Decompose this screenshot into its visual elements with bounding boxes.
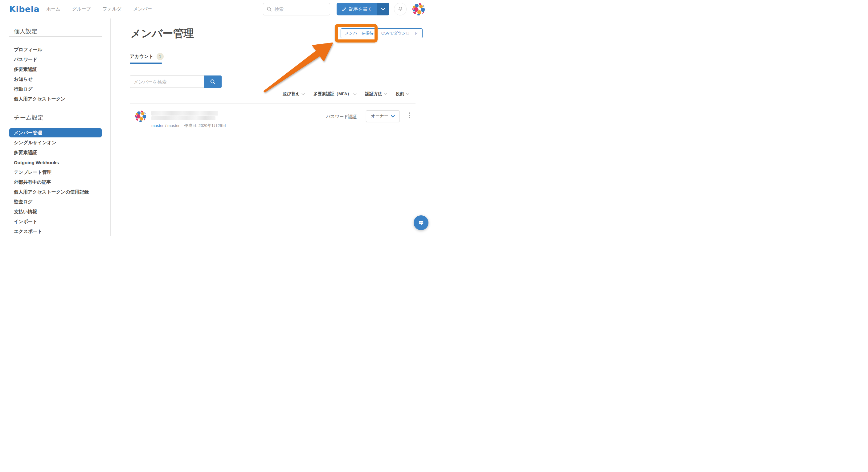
invite-member-button[interactable]: メンバーを招待 bbox=[341, 28, 378, 38]
sidebar-item-notifications[interactable]: お知らせ bbox=[9, 74, 102, 84]
accounts-tab[interactable]: アカウント 1 bbox=[130, 53, 164, 60]
auth-method-filter[interactable]: 認証方法 bbox=[365, 91, 387, 97]
member-search-box bbox=[130, 75, 222, 88]
member-meta: master / master 作成日: 2020年1月29日 bbox=[151, 123, 226, 128]
divider bbox=[9, 36, 102, 37]
support-chat-button[interactable] bbox=[414, 215, 429, 230]
sidebar-item-external-shared-articles[interactable]: 外部共有中の記事 bbox=[9, 177, 102, 187]
sidebar-item-password[interactable]: パスワード bbox=[9, 55, 102, 64]
mfa-filter-label: 多要素認証（MFA） bbox=[313, 91, 351, 97]
member-created-date: 作成日: 2020年1月29日 bbox=[184, 123, 226, 128]
role-filter[interactable]: 役割 bbox=[396, 91, 409, 97]
page-title: メンバー管理 bbox=[130, 27, 194, 41]
global-search-box[interactable] bbox=[263, 3, 330, 15]
chevron-down-icon bbox=[353, 93, 356, 95]
member-name-redacted bbox=[151, 116, 215, 120]
sidebar-item-outgoing-webhooks[interactable]: Outgoing Webhooks bbox=[9, 157, 102, 167]
member-search-input[interactable] bbox=[130, 75, 204, 88]
sidebar-item-import[interactable]: インポート bbox=[9, 217, 102, 226]
sidebar-item-billing[interactable]: 支払い情報 bbox=[9, 207, 102, 217]
chat-bubble-icon bbox=[417, 219, 425, 227]
sidebar-item-export[interactable]: エクスポート bbox=[9, 226, 102, 236]
write-article-button[interactable]: 記事を書く bbox=[337, 3, 377, 15]
active-tab-underline bbox=[130, 63, 162, 64]
chevron-down-icon bbox=[391, 115, 395, 118]
write-article-button-group: 記事を書く bbox=[337, 3, 389, 15]
sidebar-item-token-usage-log[interactable]: 個人用アクセストークンの使用記録 bbox=[9, 187, 102, 197]
nav-home[interactable]: ホーム bbox=[46, 6, 60, 12]
mfa-filter[interactable]: 多要素認証（MFA） bbox=[313, 91, 356, 97]
nav-members[interactable]: メンバー bbox=[133, 6, 152, 12]
notifications-button[interactable] bbox=[394, 3, 407, 15]
chevron-down-icon bbox=[302, 93, 305, 95]
avatar-dots-icon bbox=[412, 3, 425, 16]
write-article-dropdown[interactable] bbox=[377, 3, 389, 15]
top-header: Kibela ホーム グループ フォルダ メンバー 記事を書く bbox=[0, 0, 434, 18]
chevron-down-icon bbox=[384, 93, 387, 95]
sidebar-item-mfa-team[interactable]: 多要素認証 bbox=[9, 148, 102, 157]
member-username-link[interactable]: master bbox=[151, 123, 164, 128]
sidebar-item-audit-log[interactable]: 監査ログ bbox=[9, 197, 102, 207]
user-avatar[interactable] bbox=[412, 3, 425, 16]
global-search-input[interactable] bbox=[274, 6, 324, 12]
member-avatar[interactable] bbox=[135, 110, 147, 122]
personal-settings-list: プロフィール パスワード 多要素認証 お知らせ 行動ログ 個人用アクセストークン bbox=[9, 45, 102, 104]
sort-filter-label: 並び替え bbox=[283, 91, 300, 97]
chevron-down-icon bbox=[406, 93, 409, 95]
kibela-logo[interactable]: Kibela bbox=[9, 4, 39, 14]
pencil-icon bbox=[342, 7, 346, 12]
sidebar-item-member-management[interactable]: メンバー管理 bbox=[9, 128, 102, 137]
avatar-dots-icon bbox=[135, 110, 147, 122]
divider bbox=[130, 103, 415, 103]
role-filter-label: 役割 bbox=[396, 91, 404, 97]
sidebar-item-personal-access-token[interactable]: 個人用アクセストークン bbox=[9, 94, 102, 104]
accounts-tab-label: アカウント bbox=[130, 54, 154, 59]
sidebar-item-profile[interactable]: プロフィール bbox=[9, 45, 102, 55]
auth-method-filter-label: 認証方法 bbox=[365, 91, 382, 97]
member-name-redacted bbox=[151, 111, 218, 116]
nav-folders[interactable]: フォルダ bbox=[103, 6, 121, 12]
member-username-rest: / master bbox=[165, 123, 180, 128]
accounts-count-badge: 1 bbox=[157, 53, 164, 60]
nav-groups[interactable]: グループ bbox=[72, 6, 91, 12]
sidebar-item-sso[interactable]: シングルサインオン bbox=[9, 138, 102, 148]
personal-settings-heading: 個人設定 bbox=[14, 28, 37, 35]
member-role-select[interactable]: オーナー bbox=[366, 110, 400, 122]
member-management-page: メンバー管理 メンバーを招待 CSVでダウンロード アカウント 1 並び替え 多… bbox=[111, 19, 434, 236]
csv-download-button[interactable]: CSVでダウンロード bbox=[377, 28, 423, 38]
sidebar-item-activity-log[interactable]: 行動ログ bbox=[9, 84, 102, 94]
settings-sidebar: 個人設定 プロフィール パスワード 多要素認証 お知らせ 行動ログ 個人用アクセ… bbox=[0, 19, 111, 236]
team-settings-list: メンバー管理 シングルサインオン 多要素認証 Outgoing Webhooks… bbox=[9, 128, 102, 236]
search-icon bbox=[210, 79, 216, 85]
write-article-label: 記事を書く bbox=[349, 6, 372, 12]
member-auth-method: パスワード認証 bbox=[326, 114, 356, 120]
sidebar-item-mfa-personal[interactable]: 多要素認証 bbox=[9, 64, 102, 74]
member-role-value: オーナー bbox=[371, 114, 389, 119]
search-icon bbox=[267, 6, 272, 12]
bell-icon bbox=[397, 6, 403, 12]
chevron-down-icon bbox=[381, 8, 385, 10]
member-more-menu[interactable] bbox=[407, 113, 412, 120]
team-settings-heading: チーム設定 bbox=[14, 114, 43, 121]
highlight-arrow-annotation bbox=[262, 39, 336, 95]
sidebar-item-template-management[interactable]: テンプレート管理 bbox=[9, 167, 102, 177]
top-nav: ホーム グループ フォルダ メンバー bbox=[46, 0, 152, 18]
member-search-button[interactable] bbox=[204, 75, 222, 88]
member-list-filters: 並び替え 多要素認証（MFA） 認証方法 役割 bbox=[283, 91, 409, 97]
sort-filter[interactable]: 並び替え bbox=[283, 91, 305, 97]
divider bbox=[9, 123, 102, 123]
